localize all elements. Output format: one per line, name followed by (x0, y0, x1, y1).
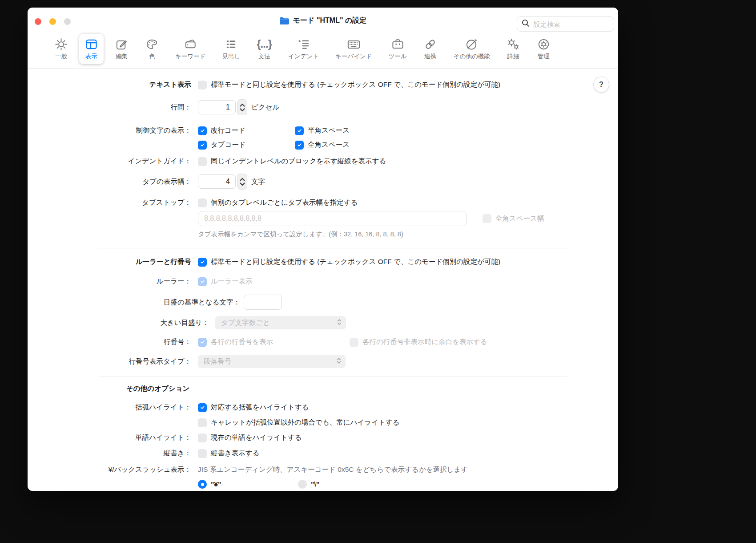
tab-stops-input[interactable] (198, 211, 467, 226)
row-tab-stop-help: タブ表示幅をカンマで区切って設定します。(例：32, 16, 16, 8, 8,… (99, 230, 567, 239)
tab-stop-help-text: タブ表示幅をカンマで区切って設定します。(例：32, 16, 16, 8, 8,… (198, 230, 403, 239)
briefcase-icon (391, 37, 405, 51)
field-label: 行番号： (99, 337, 191, 347)
shared-settings-checkbox[interactable] (198, 81, 207, 89)
wallet-icon (184, 37, 197, 51)
gears-icon (507, 37, 520, 51)
tab-syntax[interactable]: {...} 文法 (251, 34, 277, 64)
newline-code-checkbox[interactable] (198, 126, 207, 135)
folder-icon (279, 17, 289, 25)
row-tab-stop-input: 全角スペース幅 (99, 211, 567, 226)
tab-label: 色 (149, 53, 155, 61)
tab-label: 編集 (116, 53, 128, 61)
row-line-spacing: 行間： ピクセル (99, 99, 567, 115)
minimize-button[interactable] (49, 18, 56, 25)
option-label: 現在の単語をハイライトする (211, 433, 302, 442)
tab-display[interactable]: 表示 (79, 34, 104, 64)
fullwidth-space-checkbox[interactable] (295, 141, 304, 150)
bracket-highlight-checkbox[interactable] (198, 403, 207, 412)
tab-width-stepper[interactable] (237, 174, 247, 190)
braces-icon: {...} (257, 37, 272, 51)
pencil-square-icon (115, 37, 129, 51)
row-text-display: テキスト表示 標準モードと同じ設定を使用する (チェックボックス OFF で、こ… (99, 80, 567, 89)
tab-width-input[interactable] (198, 174, 236, 189)
traffic-lights (35, 18, 71, 25)
layout-icon (84, 37, 98, 51)
divider (99, 377, 567, 377)
row-control-chars-2: タブコード 全角スペース (99, 140, 567, 150)
chevron-up-down-icon (337, 319, 342, 327)
toolbar: 一般 表示 編集 色 (28, 34, 618, 69)
tab-label: キーワード (175, 53, 205, 61)
gear-circle-icon (537, 37, 551, 51)
vertical-writing-checkbox[interactable] (198, 449, 207, 458)
search-icon (522, 19, 530, 29)
help-button[interactable]: ? (594, 77, 609, 92)
window-title-text: モード "HTML" の設定 (293, 16, 367, 25)
backslash-radio[interactable] (298, 480, 307, 489)
field-label: 制御文字の表示： (99, 126, 191, 135)
indent-icon (297, 37, 310, 51)
tab-label: 文法 (258, 53, 270, 61)
tab-general[interactable]: 一般 (49, 34, 73, 64)
option-label: キャレットが括弧位置以外の場合でも、常にハイライトする (211, 418, 400, 427)
tab-headings[interactable]: 見出し (217, 34, 245, 64)
tab-tools[interactable]: ツール (383, 34, 412, 64)
tab-manage[interactable]: 管理 (531, 34, 556, 64)
big-scale-select: タブ文字数ごと (215, 316, 346, 329)
row-ruler: ルーラー： ルーラー表示 (99, 277, 567, 286)
radio-label: "¥" (211, 480, 221, 488)
indent-guide-checkbox[interactable] (198, 157, 207, 166)
field-label: 行番号表示タイプ： (99, 357, 191, 366)
tab-stop-checkbox[interactable] (198, 199, 207, 207)
row-indent-guide: インデントガイド： 同じインデントレベルのブロックを示す縦線を表示する (99, 157, 567, 166)
tab-label: ツール (389, 53, 407, 61)
close-button[interactable] (35, 18, 41, 25)
option-label: 全角スペース幅 (495, 214, 544, 223)
titlebar: モード "HTML" の設定 (28, 8, 618, 34)
unit-label: 文字 (251, 177, 265, 186)
section-label: テキスト表示 (99, 80, 191, 89)
halfwidth-space-checkbox[interactable] (295, 126, 304, 135)
row-line-number-type: 行番号表示タイプ： 段落番号 (99, 355, 567, 368)
tab-integration[interactable]: 連携 (418, 34, 442, 64)
row-vertical-writing: 縦書き： 縦書き表示する (99, 449, 567, 458)
tab-label: キーバインド (335, 53, 372, 61)
tab-indent[interactable]: インデント (283, 34, 324, 64)
line-spacing-input[interactable] (198, 100, 236, 114)
tab-other-features[interactable]: その他の機能 (448, 34, 495, 64)
tab-code-checkbox[interactable] (198, 141, 207, 150)
divider (99, 248, 567, 248)
tab-edit[interactable]: 編集 (109, 34, 134, 64)
show-line-numbers-checkbox (198, 338, 207, 347)
word-highlight-checkbox[interactable] (198, 434, 207, 442)
row-tab-width: タブの表示幅： 文字 (99, 174, 567, 190)
selected-value: タブ文字数ごと (221, 318, 337, 328)
tab-label: 連携 (424, 53, 436, 61)
yen-radio[interactable] (198, 480, 207, 489)
field-label: ルーラー： (99, 277, 191, 286)
tab-color[interactable]: 色 (140, 34, 164, 64)
row-yen-radios: "¥" "\" (99, 480, 567, 489)
palette-icon (145, 37, 159, 51)
line-spacing-stepper[interactable] (237, 99, 247, 115)
gear-icon (54, 37, 68, 51)
tab-keybind[interactable]: キーバインド (330, 34, 378, 64)
tab-label: 表示 (85, 53, 97, 61)
tab-advanced[interactable]: 詳細 (501, 34, 526, 64)
row-tab-stop: タブストップ： 個別のタブレベルごとにタブ表示幅を指定する (99, 198, 567, 207)
option-label: 各行の行番号を表示 (211, 337, 273, 347)
settings-window: モード "HTML" の設定 一般 表示 (28, 8, 618, 491)
ruler-shared-settings-checkbox[interactable] (198, 258, 207, 267)
field-label: 大きい目盛り： (99, 318, 209, 328)
option-label: 同じインデントレベルのブロックを示す縦線を表示する (211, 157, 386, 166)
option-label: 半角スペース (308, 126, 350, 135)
tab-keywords[interactable]: キーワード (170, 34, 211, 64)
bracket-always-highlight-checkbox[interactable] (198, 418, 207, 427)
settings-search[interactable] (517, 16, 614, 32)
scale-base-char-input[interactable] (244, 295, 282, 310)
row-control-chars-1: 制御文字の表示： 改行コード 半角スペース (99, 126, 567, 135)
field-label: タブストップ： (99, 198, 191, 207)
search-input[interactable] (533, 20, 609, 28)
settings-content: テキスト表示 標準モードと同じ設定を使用する (チェックボックス OFF で、こ… (99, 80, 567, 491)
